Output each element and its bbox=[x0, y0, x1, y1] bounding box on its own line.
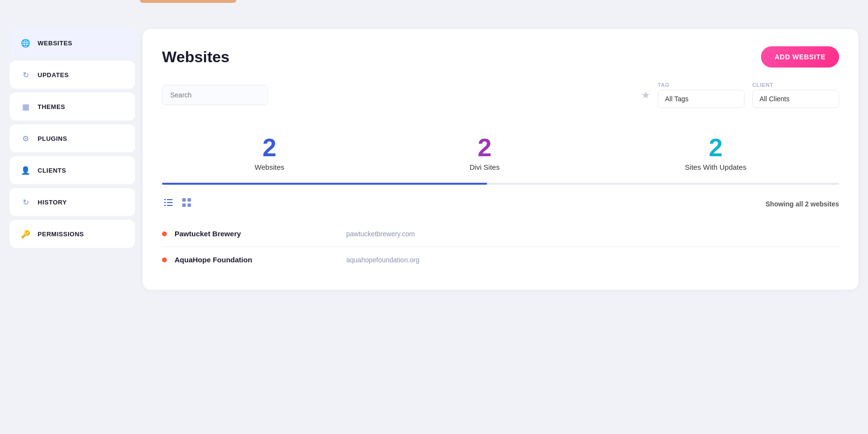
websites-icon: 🌐 bbox=[20, 38, 31, 48]
sidebar-item-websites[interactable]: 🌐 WEBSITES bbox=[10, 29, 135, 57]
client-filter-group: CLIENT All Clients bbox=[752, 82, 839, 108]
main-header: Websites ADD WEBSITE bbox=[162, 46, 839, 68]
list-count: Showing all 2 websites bbox=[766, 200, 839, 208]
themes-icon: ▦ bbox=[20, 101, 31, 112]
grid-view-button[interactable] bbox=[180, 196, 193, 211]
client-filter-label: CLIENT bbox=[752, 82, 839, 88]
svg-rect-4 bbox=[164, 205, 166, 206]
svg-rect-8 bbox=[182, 203, 186, 207]
permissions-icon: 🔑 bbox=[20, 229, 31, 239]
add-website-button[interactable]: ADD WEBSITE bbox=[761, 46, 839, 68]
page-title: Websites bbox=[162, 48, 230, 66]
stat-sites-with-updates: 2 Sites With Updates bbox=[685, 135, 746, 171]
site-url: aquahopefoundation.org bbox=[346, 256, 420, 264]
favorites-star-icon[interactable]: ★ bbox=[641, 89, 650, 101]
stat-label: Sites With Updates bbox=[685, 163, 746, 171]
svg-rect-5 bbox=[167, 205, 173, 206]
app-layout: 🌐 WEBSITES ↻ UPDATES ▦ THEMES ⚙ PLUGINS … bbox=[10, 29, 858, 290]
list-view-icon bbox=[164, 198, 173, 207]
plugins-icon: ⚙ bbox=[20, 133, 31, 144]
sidebar: 🌐 WEBSITES ↻ UPDATES ▦ THEMES ⚙ PLUGINS … bbox=[10, 29, 135, 290]
grid-view-icon bbox=[182, 198, 191, 207]
client-filter-select[interactable]: All Clients bbox=[752, 90, 839, 108]
sidebar-label-updates: UPDATES bbox=[38, 71, 69, 79]
progress-bar bbox=[162, 183, 839, 185]
site-status-dot bbox=[162, 258, 167, 262]
sidebar-item-permissions[interactable]: 🔑 PERMISSIONS bbox=[10, 220, 135, 248]
tag-filter-label: TAG bbox=[658, 82, 745, 88]
svg-rect-7 bbox=[188, 198, 191, 202]
tag-filter-select[interactable]: All Tags bbox=[658, 90, 745, 108]
sidebar-item-clients[interactable]: 👤 CLIENTS bbox=[10, 156, 135, 184]
sidebar-label-clients: CLIENTS bbox=[38, 167, 66, 174]
search-input[interactable] bbox=[162, 85, 268, 105]
sidebar-item-updates[interactable]: ↻ UPDATES bbox=[10, 61, 135, 89]
svg-rect-1 bbox=[167, 199, 173, 200]
stats-row: 2 Websites 2 Divi Sites 2 Sites With Upd… bbox=[162, 125, 839, 183]
sidebar-label-permissions: PERMISSIONS bbox=[38, 231, 84, 238]
clients-icon: 👤 bbox=[20, 165, 31, 176]
site-name: AquaHope Foundation bbox=[175, 256, 281, 264]
sidebar-item-plugins[interactable]: ⚙ PLUGINS bbox=[10, 124, 135, 152]
filter-row: ★ TAG All Tags CLIENT All Clients bbox=[162, 82, 839, 108]
sidebar-item-history[interactable]: ↻ HISTORY bbox=[10, 188, 135, 216]
stat-websites: 2 Websites bbox=[255, 135, 284, 171]
updates-icon: ↻ bbox=[20, 69, 31, 80]
sidebar-label-history: HISTORY bbox=[38, 199, 67, 206]
main-content: Websites ADD WEBSITE ★ TAG All Tags CLIE… bbox=[143, 29, 858, 290]
site-name: Pawtucket Brewery bbox=[175, 230, 281, 238]
table-row[interactable]: Pawtucket Brewery pawtucketbrewery.com bbox=[162, 221, 839, 247]
progress-bar-fill bbox=[162, 183, 487, 185]
list-view-button[interactable] bbox=[162, 196, 175, 211]
stat-number: 2 bbox=[685, 135, 746, 160]
top-bar-indicator bbox=[140, 0, 236, 3]
stat-number: 2 bbox=[255, 135, 284, 160]
site-status-dot bbox=[162, 231, 167, 236]
svg-rect-3 bbox=[167, 202, 173, 203]
svg-rect-0 bbox=[164, 199, 166, 200]
tag-filter-group: TAG All Tags bbox=[658, 82, 745, 108]
stat-number: 2 bbox=[470, 135, 500, 160]
list-controls: Showing all 2 websites bbox=[162, 196, 839, 211]
svg-rect-9 bbox=[188, 203, 191, 207]
sidebar-label-plugins: PLUGINS bbox=[38, 135, 67, 142]
history-icon: ↻ bbox=[20, 197, 31, 207]
svg-rect-2 bbox=[164, 202, 166, 203]
website-list: Pawtucket Brewery pawtucketbrewery.com A… bbox=[162, 221, 839, 272]
sidebar-label-themes: THEMES bbox=[38, 103, 65, 110]
stat-label: Websites bbox=[255, 163, 284, 171]
sidebar-item-themes[interactable]: ▦ THEMES bbox=[10, 93, 135, 121]
site-url: pawtucketbrewery.com bbox=[346, 230, 415, 238]
stat-label: Divi Sites bbox=[470, 163, 500, 171]
table-row[interactable]: AquaHope Foundation aquahopefoundation.o… bbox=[162, 247, 839, 272]
sidebar-label-websites: WEBSITES bbox=[38, 40, 72, 47]
stat-divi-sites: 2 Divi Sites bbox=[470, 135, 500, 171]
svg-rect-6 bbox=[182, 198, 186, 202]
